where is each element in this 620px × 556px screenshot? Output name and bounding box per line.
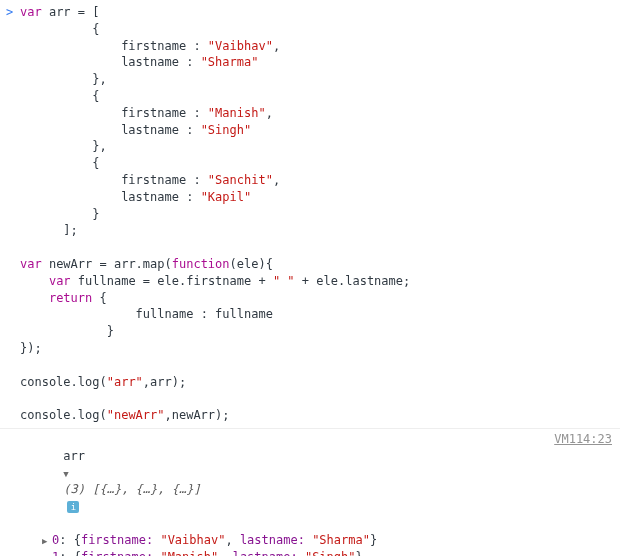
expand-arrow-icon[interactable] <box>63 465 73 482</box>
item-index: 1 <box>52 550 59 557</box>
log-content: arr (3) [{…}, {…}, {…}] i 0: {firstname:… <box>6 431 620 556</box>
expand-arrow-icon[interactable] <box>42 532 52 549</box>
label-arr: arr <box>63 449 85 463</box>
array-summary-line[interactable]: arr (3) [{…}, {…}, {…}] i <box>20 431 620 532</box>
info-icon[interactable]: i <box>67 501 79 513</box>
console-input-row[interactable]: > var arr = [ { firstname : "Vaibhav", l… <box>0 0 620 429</box>
source-link[interactable]: VM114:23 <box>554 431 612 448</box>
input-prompt: > <box>6 4 20 424</box>
expand-arrow-icon[interactable] <box>42 549 52 557</box>
input-code: var arr = [ { firstname : "Vaibhav", las… <box>20 4 620 424</box>
array-item[interactable]: 0: {firstname: "Vaibhav", lastname: "Sha… <box>20 532 620 549</box>
item-index: 0 <box>52 533 59 547</box>
array-item[interactable]: 1: {firstname: "Manish", lastname: "Sing… <box>20 549 620 557</box>
console-output-arr[interactable]: VM114:23 arr (3) [{…}, {…}, {…}] i 0: {f… <box>0 429 620 556</box>
array-summary: (3) [{…}, {…}, {…}] <box>63 482 200 496</box>
